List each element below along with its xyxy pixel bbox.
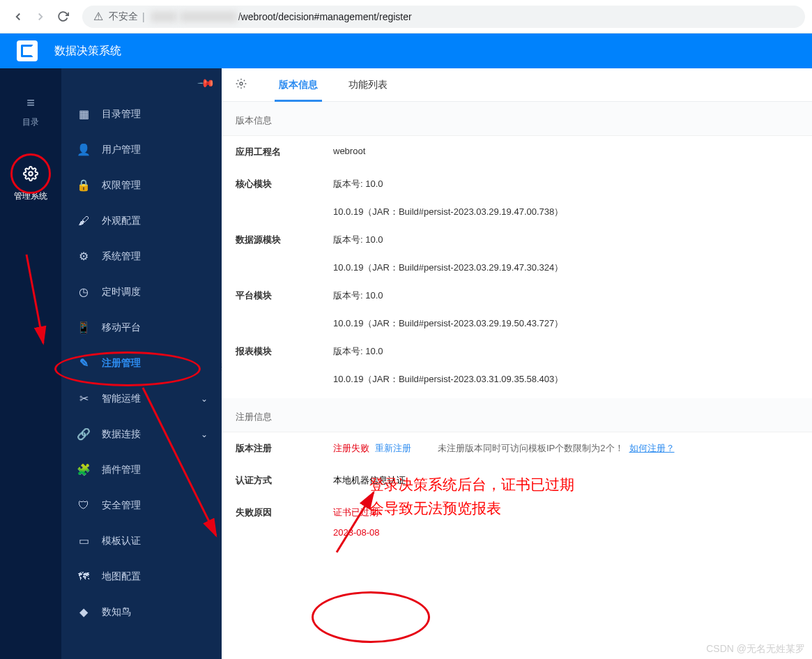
sidebar-item-system-mgmt[interactable]: ⚙系统管理: [61, 238, 222, 274]
app-title: 数据决策系统: [54, 44, 121, 59]
tab-label: 版本信息: [279, 79, 318, 91]
tab-bar: 版本信息 功能列表: [222, 68, 812, 102]
register-fail-text: 注册失败: [333, 442, 369, 455]
gear-icon: [23, 166, 38, 185]
section-title-version: 版本信息: [222, 102, 812, 136]
diamond-icon: ◆: [75, 605, 92, 619]
section-title-register: 注册信息: [222, 398, 812, 432]
sidebar-item-label: 权限管理: [102, 179, 141, 192]
url-bar[interactable]: ⚠ 不安全 | xxxx xxxxxxx /webroot/decision#m…: [82, 6, 805, 28]
row-ds-build: 10.0.19（JAR：Build#persist-2023.03.29.19.…: [222, 256, 812, 280]
chevron-down-icon: ⌄: [201, 430, 208, 439]
reload-button[interactable]: [52, 6, 74, 28]
row-report-build: 10.0.19（JAR：Build#persist-2023.03.31.09.…: [222, 368, 812, 391]
sidebar-item-label: 移动平台: [102, 321, 141, 334]
url-host-masked: xxxx: [151, 11, 177, 22]
row-label: 版本注册: [236, 442, 333, 455]
row-platform-build: 10.0.19（JAR：Build#persist-2023.03.29.19.…: [222, 312, 812, 335]
sidebar-item-catalog-mgmt[interactable]: ▦目录管理: [61, 96, 222, 132]
forward-button[interactable]: [29, 6, 52, 28]
sidebar-item-appearance[interactable]: 🖌外观配置: [61, 203, 222, 238]
row-value: webroot: [333, 146, 798, 158]
brush-icon: 🖌: [75, 215, 92, 227]
sidebar-item-label: 数知鸟: [102, 606, 131, 619]
row-label: 应用工程名: [236, 146, 333, 158]
svg-point-0: [29, 172, 33, 176]
insecure-label: 不安全: [109, 10, 138, 23]
fail-date: 2023-08-08: [333, 527, 380, 538]
sidebar-item-label: 目录管理: [102, 108, 141, 121]
row-label: 核心模块: [236, 178, 333, 190]
register-note: 未注册版本同时可访问模板IP个数限制为2个！: [438, 442, 624, 455]
sidebar-item-register[interactable]: ✎注册管理: [61, 345, 222, 381]
sidebar-item-label: 注册管理: [102, 357, 141, 370]
left-rail: ≡ 目录 管理系统: [0, 68, 61, 659]
link-icon: 🔗: [75, 427, 92, 441]
how-register-link[interactable]: 如何注册？: [629, 442, 675, 455]
sidebar: 📌 ▦目录管理 👤用户管理 🔒权限管理 🖌外观配置 ⚙系统管理 ◷定时调度 📱移…: [61, 68, 222, 659]
tab-label: 功能列表: [348, 79, 388, 91]
template-icon: ▭: [75, 534, 92, 547]
row-auth-method: 认证方式 本地机器信息认证: [222, 464, 812, 497]
sidebar-item-label: 智能运维: [102, 393, 141, 405]
back-button[interactable]: [7, 6, 29, 28]
row-app-project: 应用工程名 webroot: [222, 136, 812, 168]
sidebar-item-template-auth[interactable]: ▭模板认证: [61, 523, 222, 559]
rail-label: 管理系统: [14, 190, 47, 202]
row-value: 版本号: 10.0: [333, 178, 798, 190]
sidebar-item-label: 定时调度: [102, 286, 141, 298]
row-label: 数据源模块: [236, 234, 333, 246]
sidebar-item-label: 模板认证: [102, 535, 141, 547]
sidebar-item-permission[interactable]: 🔒权限管理: [61, 167, 222, 203]
retry-register-link[interactable]: 重新注册: [375, 442, 411, 455]
ops-icon: ✂: [75, 392, 92, 405]
sidebar-item-label: 数据连接: [102, 428, 141, 441]
row-core-build: 10.0.19（JAR：Build#persist-2023.03.29.19.…: [222, 200, 812, 224]
url-path: /webroot/decision#management/register: [238, 11, 412, 22]
browser-toolbar: ⚠ 不安全 | xxxx xxxxxxx /webroot/decision#m…: [0, 0, 812, 33]
sidebar-item-label: 地图配置: [102, 570, 141, 583]
sidebar-item-schedule[interactable]: ◷定时调度: [61, 274, 222, 310]
sidebar-item-mobile[interactable]: 📱移动平台: [61, 310, 222, 345]
sidebar-item-plugin[interactable]: 🧩插件管理: [61, 452, 222, 487]
sidebar-item-map[interactable]: 🗺地图配置: [61, 559, 222, 594]
lock-icon: 🔒: [75, 179, 92, 192]
settings-icon[interactable]: [236, 78, 247, 92]
chevron-down-icon: ⌄: [201, 394, 208, 404]
mobile-icon: 📱: [75, 321, 92, 334]
row-label: 失败原因: [236, 506, 333, 519]
list-icon: ≡: [26, 95, 35, 111]
row-platform-module: 平台模块 版本号: 10.0: [222, 280, 812, 312]
fail-reason: 证书已过期: [333, 506, 378, 519]
sidebar-item-shuzhiniao[interactable]: ◆数知鸟: [61, 594, 222, 630]
row-value: 版本号: 10.0: [333, 345, 798, 358]
scroll-panel[interactable]: 版本信息 应用工程名 webroot 核心模块 版本号: 10.0 10.0.1…: [222, 102, 812, 659]
row-fail-reason: 失败原因 证书已过期 2023-08-08: [222, 497, 812, 547]
sidebar-item-label: 插件管理: [102, 464, 141, 476]
tab-version-info[interactable]: 版本信息: [275, 68, 322, 102]
sidebar-item-label: 用户管理: [102, 144, 141, 156]
rail-label: 目录: [22, 116, 39, 128]
row-report-module: 报表模块 版本号: 10.0: [222, 335, 812, 368]
sidebar-item-dataconn[interactable]: 🔗数据连接⌄: [61, 416, 222, 452]
row-ds-module: 数据源模块 版本号: 10.0: [222, 224, 812, 256]
sidebar-item-security[interactable]: 🛡安全管理: [61, 487, 222, 523]
map-icon: 🗺: [75, 570, 92, 583]
row-label: 报表模块: [236, 345, 333, 358]
row-label: 认证方式: [236, 474, 333, 487]
svg-point-1: [240, 82, 243, 85]
url-port-masked: xxxxxxx: [180, 11, 237, 22]
plugin-icon: 🧩: [75, 463, 92, 476]
row-value: 版本号: 10.0: [333, 289, 798, 302]
sidebar-item-ops[interactable]: ✂智能运维⌄: [61, 381, 222, 416]
rail-item-management[interactable]: 管理系统: [0, 153, 61, 215]
rail-item-catalog[interactable]: ≡ 目录: [0, 82, 61, 141]
app-logo: [17, 40, 38, 61]
row-version-register: 版本注册 注册失败 重新注册 未注册版本同时可访问模板IP个数限制为2个！ 如何…: [222, 432, 812, 464]
auth-value: 本地机器信息认证: [333, 474, 406, 487]
sidebar-item-label: 系统管理: [102, 250, 141, 263]
sidebar-item-user-mgmt[interactable]: 👤用户管理: [61, 132, 222, 167]
user-icon: 👤: [75, 143, 92, 156]
row-core-module: 核心模块 版本号: 10.0: [222, 168, 812, 200]
tab-feature-list[interactable]: 功能列表: [344, 68, 392, 102]
